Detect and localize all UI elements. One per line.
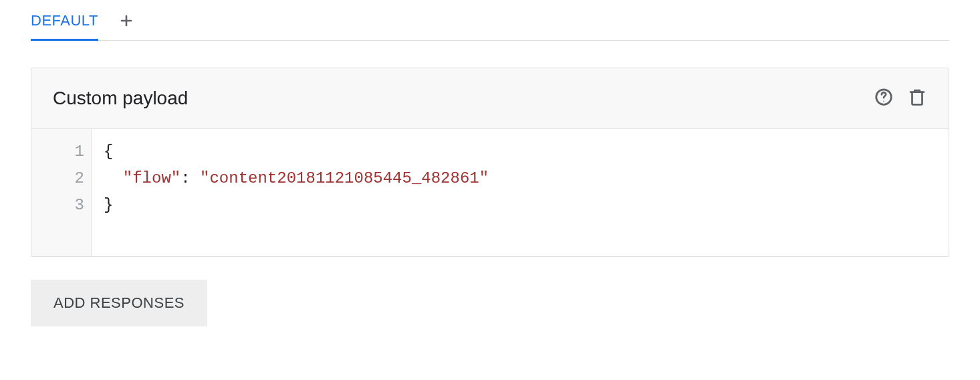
code-editor[interactable]: 123 { "flow": "content20181121085445_482… (31, 129, 949, 256)
line-number: 1 (31, 138, 84, 165)
button-label: ADD RESPONSES (53, 294, 185, 311)
card-title: Custom payload (53, 88, 188, 109)
add-responses-button[interactable]: ADD RESPONSES (31, 280, 207, 326)
help-button[interactable] (874, 87, 894, 110)
delete-button[interactable] (907, 87, 927, 110)
trash-icon (907, 87, 927, 110)
custom-payload-card: Custom payload (31, 68, 949, 257)
code-line: { (104, 138, 937, 165)
code-content: { "flow": "content20181121085445_482861"… (92, 129, 949, 256)
tabs-bar: DEFAULT (31, 12, 949, 41)
help-icon (874, 87, 894, 110)
line-gutter: 123 (31, 129, 92, 256)
plus-icon (118, 13, 134, 31)
card-actions (874, 87, 927, 110)
code-line: "flow": "content20181121085445_482861" (104, 165, 937, 192)
card-header: Custom payload (31, 68, 949, 129)
add-tab-button[interactable] (118, 13, 134, 41)
line-number: 2 (31, 165, 84, 192)
tab-default[interactable]: DEFAULT (31, 12, 98, 41)
code-line: } (104, 192, 937, 219)
tab-label: DEFAULT (31, 12, 98, 29)
svg-point-3 (883, 101, 884, 102)
line-number: 3 (31, 192, 84, 219)
